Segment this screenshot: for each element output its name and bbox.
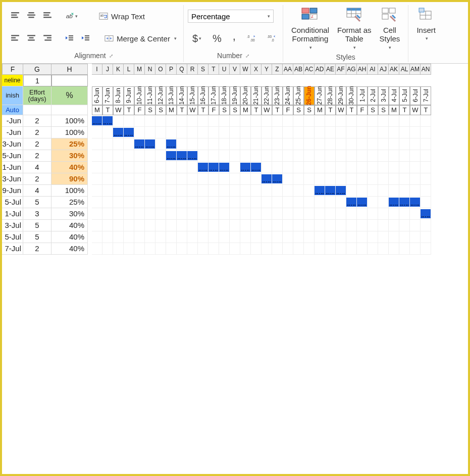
gantt-cell[interactable]	[325, 162, 336, 173]
colhead-AC[interactable]: AC	[304, 64, 315, 75]
gantt-cell[interactable]	[336, 127, 346, 138]
gantt-cell[interactable]	[177, 243, 187, 255]
weekday-head[interactable]: S	[304, 105, 315, 115]
weekday-head[interactable]: M	[92, 105, 102, 115]
gantt-cell[interactable]	[421, 208, 431, 220]
weekday-head[interactable]: F	[283, 105, 293, 115]
hdr-pct[interactable]: %	[51, 86, 88, 105]
gantt-cell[interactable]	[145, 231, 155, 243]
gantt-cell[interactable]	[219, 231, 230, 243]
date-head-1-Jul[interactable]: 1-Jul	[357, 86, 368, 105]
colhead-F[interactable]: F	[2, 64, 23, 75]
gantt-cell[interactable]	[219, 138, 230, 150]
gantt-cell[interactable]	[198, 115, 208, 127]
date-head-29-Jun[interactable]: 29-Jun	[336, 86, 346, 105]
gantt-cell[interactable]	[251, 162, 262, 173]
gantt-cell[interactable]	[124, 127, 134, 138]
gantt-cell[interactable]	[304, 185, 315, 197]
gantt-cell[interactable]	[283, 208, 293, 220]
gantt-cell[interactable]	[155, 138, 166, 150]
gantt-cell[interactable]	[208, 150, 219, 162]
gantt-cell[interactable]	[357, 150, 368, 162]
gantt-cell[interactable]	[208, 243, 219, 255]
gantt-cell[interactable]	[325, 208, 336, 220]
gantt-cell[interactable]	[240, 208, 251, 220]
gantt-cell[interactable]	[113, 150, 124, 162]
merge-center-btn[interactable]: Merge & Center▾	[102, 31, 179, 45]
colhead-AA[interactable]: AA	[283, 64, 293, 75]
gantt-cell[interactable]	[346, 115, 357, 127]
gantt-cell[interactable]	[198, 220, 208, 231]
gantt-cell[interactable]	[293, 220, 304, 231]
gantt-cell[interactable]	[219, 185, 230, 197]
cell-finish[interactable]: -Jun	[2, 127, 23, 138]
gantt-cell[interactable]	[336, 138, 346, 150]
gantt-cell[interactable]	[315, 220, 325, 231]
gantt-cell[interactable]	[230, 220, 240, 231]
gantt-cell[interactable]	[177, 138, 187, 150]
weekday-head[interactable]: T	[177, 105, 187, 115]
gantt-cell[interactable]	[208, 185, 219, 197]
gantt-cell[interactable]	[124, 185, 134, 197]
gantt-cell[interactable]	[357, 173, 368, 185]
colhead-H[interactable]: H	[51, 64, 88, 75]
gantt-cell[interactable]	[410, 243, 421, 255]
gantt-cell[interactable]	[283, 162, 293, 173]
gantt-cell[interactable]	[421, 150, 431, 162]
conditional-formatting-btn[interactable]: ≠ Conditional Formatting▾	[287, 5, 333, 51]
gantt-cell[interactable]	[155, 173, 166, 185]
gantt-cell[interactable]	[378, 115, 389, 127]
gantt-cell[interactable]	[378, 197, 389, 208]
gantt-cell[interactable]	[187, 231, 198, 243]
gantt-cell[interactable]	[208, 127, 219, 138]
gantt-cell[interactable]	[198, 127, 208, 138]
gantt-cell[interactable]	[177, 220, 187, 231]
gantt-cell[interactable]	[272, 173, 283, 185]
gantt-cell[interactable]	[272, 115, 283, 127]
decrease-indent-btn[interactable]	[63, 31, 77, 45]
gantt-cell[interactable]	[389, 127, 399, 138]
gantt-cell[interactable]	[177, 173, 187, 185]
weekday-head[interactable]: T	[399, 105, 410, 115]
gantt-cell[interactable]	[304, 162, 315, 173]
gantt-cell[interactable]	[124, 197, 134, 208]
date-head-27-Jun[interactable]: 27-Jun	[315, 86, 325, 105]
gantt-cell[interactable]	[251, 208, 262, 220]
weekday-head[interactable]: T	[272, 105, 283, 115]
cell-finish[interactable]: 3-Jul	[2, 220, 23, 231]
gantt-cell[interactable]	[325, 127, 336, 138]
gantt-cell[interactable]	[208, 115, 219, 127]
gantt-cell[interactable]	[92, 197, 102, 208]
gantt-cell[interactable]	[251, 173, 262, 185]
gantt-cell[interactable]	[134, 150, 145, 162]
gantt-cell[interactable]	[336, 115, 346, 127]
gantt-cell[interactable]	[187, 185, 198, 197]
gantt-cell[interactable]	[368, 220, 378, 231]
gantt-cell[interactable]	[155, 185, 166, 197]
gantt-cell[interactable]	[262, 220, 272, 231]
gantt-cell[interactable]	[134, 243, 145, 255]
gantt-cell[interactable]	[155, 150, 166, 162]
comma-format-btn[interactable]: ,	[230, 29, 238, 47]
weekday-head[interactable]: T	[102, 105, 113, 115]
gantt-cell[interactable]	[155, 231, 166, 243]
gantt-cell[interactable]	[368, 115, 378, 127]
gantt-cell[interactable]	[325, 220, 336, 231]
gantt-cell[interactable]	[198, 138, 208, 150]
gantt-cell[interactable]	[155, 220, 166, 231]
gantt-cell[interactable]	[208, 162, 219, 173]
gantt-cell[interactable]	[145, 138, 155, 150]
gantt-cell[interactable]	[219, 208, 230, 220]
gantt-cell[interactable]	[230, 127, 240, 138]
gantt-cell[interactable]	[166, 208, 177, 220]
gantt-cell[interactable]	[219, 127, 230, 138]
gantt-cell[interactable]	[421, 185, 431, 197]
gantt-cell[interactable]	[336, 197, 346, 208]
gantt-cell[interactable]	[145, 162, 155, 173]
gantt-cell[interactable]	[177, 115, 187, 127]
gantt-cell[interactable]	[251, 243, 262, 255]
gantt-cell[interactable]	[145, 115, 155, 127]
gantt-cell[interactable]	[410, 150, 421, 162]
weekday-head[interactable]: S	[230, 105, 240, 115]
gantt-cell[interactable]	[92, 220, 102, 231]
